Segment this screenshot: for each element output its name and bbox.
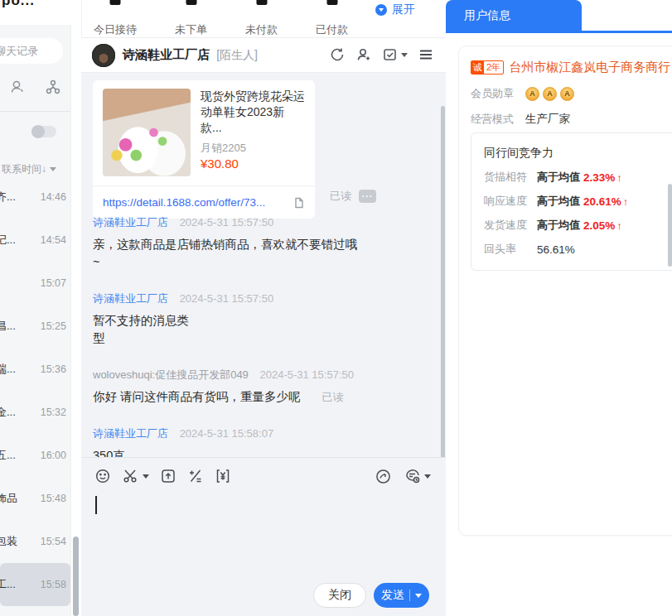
panel-scrollbar-thumb[interactable]: [668, 184, 672, 267]
comp-row-prefix: 高于均值: [537, 170, 580, 185]
add-contact-icon[interactable]: [355, 46, 372, 63]
stat-item: 未下单: [175, 0, 207, 37]
product-link[interactable]: https://detail.1688.com/offer/73...: [103, 196, 265, 209]
message-sender[interactable]: 诗涵鞋业工厂店: [93, 292, 168, 305]
send-divider: [409, 590, 410, 601]
chat-scrollbar-thumb[interactable]: [441, 106, 445, 493]
message-text: 暂不支持的消息类 型: [93, 314, 189, 344]
shop-avatar[interactable]: [92, 44, 115, 67]
emoji-icon[interactable]: [94, 468, 111, 484]
message-more-icon[interactable]: [359, 190, 376, 203]
tab-user-info-label: 用户信息: [464, 8, 510, 22]
product-title: 现货外贸跨境花朵运动单鞋女2023新款...: [201, 89, 305, 136]
chat-history-search[interactable]: 聊天记录: [0, 38, 63, 64]
message-time: 2024-5-31 15:58:07: [180, 427, 273, 440]
refresh-icon[interactable]: [329, 46, 346, 63]
send-button[interactable]: 发送: [374, 583, 429, 608]
quick-send-icon[interactable]: [375, 468, 392, 485]
conversation-time: 15:58: [41, 579, 66, 590]
company-name[interactable]: 台州市椒江鑫岚电子商务商行: [509, 60, 670, 75]
message-time: 2024-5-31 15:57:50: [259, 368, 353, 381]
message: 诗涵鞋业工厂店 2024-5-31 15:57:50 亲，这款商品是店铺热销商品…: [93, 215, 431, 271]
chat-history-clock-icon[interactable]: [404, 468, 431, 485]
conversation-name: 记...: [0, 233, 16, 248]
clipped-window-title: po...: [2, 0, 35, 9]
shop-info-card: 诚 2年 台州市椒江鑫岚电子商务商行 会员勋章 A A A 经营模式 生产厂家 …: [458, 46, 672, 536]
integrity-badge: 诚 2年: [471, 60, 504, 75]
comp-row-prefix: 高于均值: [537, 218, 580, 233]
expand-button[interactable]: 展开: [375, 2, 415, 17]
sort-label: 联系时间↓: [2, 162, 46, 176]
org-chart-icon[interactable]: [44, 78, 62, 96]
competitiveness-row: 发货速度 高于均值 2.05% ↑: [484, 218, 672, 233]
sort-by-contact-time[interactable]: 联系时间↓: [2, 162, 56, 176]
message: 诗涵鞋业工厂店 2024-5-31 15:57:50 暂不支持的消息类 型: [93, 291, 431, 347]
conversation-list-item[interactable]: 昌... 15:25: [0, 305, 70, 348]
message-input[interactable]: [81, 491, 446, 578]
sort-caret-icon: [50, 167, 56, 171]
sidebar-scrollbar-thumb[interactable]: [73, 537, 79, 616]
sidebar-scrollbar[interactable]: [70, 25, 81, 616]
screenshot-scissors-icon[interactable]: [122, 468, 149, 484]
message-text: 你好 请问这件商品有货吗，重量多少呢: [93, 390, 301, 403]
chat-shop-name: 诗涵鞋业工厂店: [123, 47, 210, 61]
chat-history-caret-icon: [424, 474, 431, 479]
conversation-time: 16:00: [41, 450, 66, 461]
stat-value-clipped: [326, 0, 337, 5]
competitiveness-rows: 货描相符 高于均值 2.33% ↑ 响应速度 高于均值 20.61% ↑: [484, 170, 672, 257]
conversation-list-item[interactable]: 端... 15:36: [0, 348, 70, 391]
copy-doc-icon[interactable]: [292, 196, 305, 209]
conversation-list-item[interactable]: 包装 15:54: [0, 520, 70, 563]
conversation-time: 15:07: [41, 277, 66, 289]
menu-icon[interactable]: [418, 46, 434, 63]
conversation-name: 端...: [0, 362, 16, 377]
chat-header: 诗涵鞋业工厂店 [陌生人]: [81, 38, 446, 73]
create-task-icon[interactable]: [382, 46, 408, 63]
upload-file-icon[interactable]: [160, 468, 176, 484]
competitiveness-row: 货描相符 高于均值 2.33% ↑: [484, 170, 672, 185]
conversation-time: 15:25: [41, 320, 66, 332]
screenshot-caret-icon: [143, 474, 149, 479]
chat-title: 诗涵鞋业工厂店 [陌生人]: [123, 47, 258, 63]
sidebar-toggle[interactable]: [31, 126, 56, 137]
stat-item: 今日接待: [94, 0, 137, 37]
conversation-list-item[interactable]: 五... 16:00: [0, 434, 70, 477]
stat-label: 已付款: [316, 23, 348, 36]
message-sender[interactable]: 诗涵鞋业工厂店: [93, 427, 168, 440]
close-button[interactable]: 关闭: [313, 583, 366, 608]
send-caret-icon[interactable]: [415, 594, 422, 598]
mode-row-value: 生产厂家: [525, 112, 570, 127]
medal-row-label: 会员勋章: [471, 86, 525, 101]
conversation-list-item[interactable]: 金... 15:32: [0, 391, 70, 434]
tab-underline: [446, 31, 672, 33]
conversation-name: 包装: [0, 534, 17, 549]
message-sender[interactable]: 诗涵鞋业工厂店: [93, 216, 168, 229]
stat-item: 已付款: [316, 0, 348, 37]
conversation-list-item[interactable]: 齐... 14:46: [0, 176, 70, 219]
conversation-list-item[interactable]: 15:07: [0, 262, 70, 305]
conversation-list: 齐... 14:46 记... 14:54 15:07 昌... 15:25: [0, 176, 70, 606]
price-adjust-icon[interactable]: [187, 468, 204, 484]
tab-user-info[interactable]: 用户信息: [446, 0, 582, 31]
conversation-name: 五...: [0, 448, 16, 463]
conversation-list-item[interactable]: 工... 15:58: [0, 563, 70, 606]
gold-medal-icon: A: [525, 87, 539, 101]
product-card[interactable]: 现货外贸跨境花朵运动单鞋女2023新款... 月销2205 ¥30.80 htt…: [93, 80, 315, 219]
competitiveness-row: 回头率 56.61%: [484, 242, 672, 257]
product-image[interactable]: [103, 89, 191, 176]
conversation-time: 15:54: [41, 536, 66, 547]
chat-history-label: 聊天记录: [0, 44, 38, 59]
message: 诗涵鞋业工厂店 2024-5-31 15:58:07 350克: [93, 426, 431, 457]
message-sender[interactable]: woloveshuqi:促佳搜品开发部049: [93, 368, 249, 381]
messages: 诗涵鞋业工厂店 2024-5-31 15:57:50 亲，这款商品是店铺热销商品…: [93, 215, 431, 457]
integrity-badge-years: 2年: [484, 61, 503, 74]
conversation-list-item[interactable]: 记... 14:54: [0, 219, 70, 262]
message: woloveshuqi:促佳搜品开发部049 2024-5-31 15:57:5…: [93, 368, 431, 406]
conversation-list-item[interactable]: 饰品 15:48: [0, 477, 70, 520]
composer: 关闭 发送: [81, 457, 446, 616]
conversation-name: 饰品: [0, 491, 17, 506]
competitiveness-title: 同行间竞争力: [484, 146, 672, 161]
contact-search-icon[interactable]: [8, 78, 27, 96]
competitiveness-row: 响应速度 高于均值 20.61% ↑: [484, 194, 672, 209]
payment-yuan-icon[interactable]: [215, 468, 231, 484]
